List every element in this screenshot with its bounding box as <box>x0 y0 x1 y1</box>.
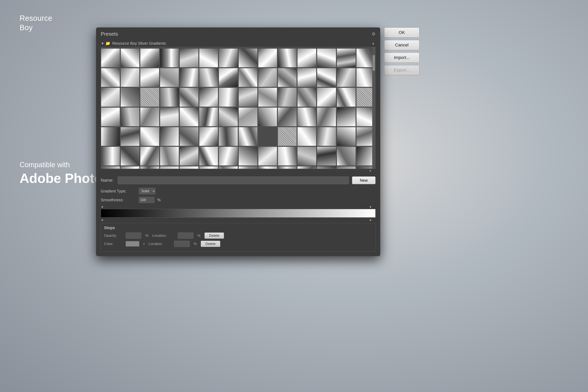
gradient-item[interactable] <box>258 146 277 166</box>
gradient-item[interactable] <box>199 108 218 126</box>
smoothness-input[interactable] <box>139 197 154 203</box>
gradient-item[interactable] <box>337 166 356 169</box>
folder-row[interactable]: ▾ 📁 Resource Boy Silver Gradients ▲ <box>101 40 376 47</box>
gradient-item[interactable] <box>120 146 140 166</box>
gradient-item[interactable] <box>219 68 238 87</box>
export-button[interactable]: Export... <box>384 65 420 75</box>
gradient-item[interactable] <box>140 68 159 87</box>
gradient-item[interactable] <box>278 48 297 68</box>
gradient-item[interactable] <box>199 48 218 68</box>
gradient-item[interactable] <box>120 68 140 87</box>
gradient-item[interactable] <box>337 108 356 126</box>
gradient-item[interactable] <box>278 68 297 87</box>
opacity-input[interactable] <box>126 232 141 239</box>
gradient-item[interactable] <box>317 68 336 87</box>
gradient-item[interactable] <box>101 166 120 169</box>
gradient-item[interactable] <box>140 166 159 169</box>
gradient-item[interactable] <box>297 108 316 126</box>
gradient-item[interactable] <box>160 88 179 106</box>
gradient-item[interactable] <box>258 88 277 106</box>
gradient-item[interactable] <box>317 88 336 106</box>
gradient-item[interactable] <box>180 108 198 126</box>
gradient-item[interactable] <box>101 68 120 87</box>
color-location-input[interactable] <box>174 241 190 247</box>
gradient-item[interactable] <box>120 88 140 106</box>
gradient-item[interactable] <box>238 68 258 87</box>
new-button[interactable]: New <box>352 176 376 184</box>
gear-icon[interactable]: ⚙ <box>372 32 376 37</box>
gradient-type-select[interactable]: Solid Noise <box>139 188 156 194</box>
gradient-item[interactable] <box>317 108 336 126</box>
ok-button[interactable]: OK <box>384 28 420 38</box>
gradient-item[interactable] <box>219 166 238 169</box>
gradient-item[interactable] <box>199 166 218 169</box>
gradient-item[interactable] <box>140 146 159 166</box>
gradient-item[interactable] <box>120 127 140 146</box>
gradient-item[interactable] <box>258 166 277 169</box>
gradient-item[interactable] <box>101 88 120 106</box>
gradient-item[interactable] <box>120 108 140 126</box>
color-swatch[interactable] <box>126 241 139 246</box>
gradient-item[interactable] <box>101 48 120 68</box>
gradient-item[interactable] <box>180 48 198 68</box>
gradient-item[interactable] <box>180 127 198 146</box>
gradient-item[interactable] <box>317 146 336 166</box>
gradient-item[interactable] <box>278 88 297 106</box>
gradient-item[interactable] <box>160 166 179 169</box>
gradient-item[interactable] <box>160 68 179 87</box>
gradient-item[interactable] <box>317 48 336 68</box>
gradient-item[interactable] <box>297 88 316 106</box>
gradient-item[interactable] <box>238 146 258 166</box>
gradient-item[interactable] <box>258 48 277 68</box>
gradient-item[interactable] <box>101 108 120 126</box>
gradient-item[interactable] <box>140 88 159 106</box>
gradient-item[interactable] <box>258 108 277 126</box>
left-color-stop[interactable]: ▲ <box>101 218 104 222</box>
gradient-item[interactable] <box>180 146 198 166</box>
gradient-item[interactable] <box>238 88 258 106</box>
gradient-item[interactable] <box>297 146 316 166</box>
gradient-item[interactable] <box>278 146 297 166</box>
gradient-item[interactable] <box>160 108 179 126</box>
gradient-item[interactable] <box>199 88 218 106</box>
right-color-stop[interactable]: ▲ <box>369 218 372 222</box>
gradient-item[interactable] <box>297 48 316 68</box>
gradient-item[interactable] <box>160 48 179 68</box>
gradient-item[interactable] <box>180 166 198 169</box>
gradient-item[interactable] <box>219 108 238 126</box>
gradient-item[interactable] <box>297 127 316 146</box>
gradient-item[interactable] <box>120 48 140 68</box>
gradient-item[interactable] <box>337 48 356 68</box>
gradient-item[interactable] <box>297 166 316 169</box>
gradient-item[interactable] <box>337 88 356 106</box>
gradient-item[interactable] <box>160 127 179 146</box>
gradient-item[interactable] <box>297 68 316 87</box>
gradient-item[interactable] <box>219 88 238 106</box>
gradient-item[interactable] <box>337 127 356 146</box>
gradient-item[interactable] <box>101 127 120 146</box>
gradient-item[interactable] <box>278 127 297 146</box>
gradient-bar[interactable] <box>101 209 376 218</box>
gradient-item[interactable] <box>278 166 297 169</box>
gradient-item[interactable] <box>317 127 336 146</box>
gradient-item[interactable] <box>140 127 159 146</box>
color-dropdown-arrow[interactable]: ▾ <box>143 242 145 246</box>
opacity-location-input[interactable] <box>178 232 194 239</box>
left-opacity-stop[interactable]: ▼ <box>101 206 104 209</box>
gradient-item[interactable] <box>238 108 258 126</box>
gradient-item[interactable] <box>140 108 159 126</box>
gradient-item[interactable] <box>160 146 179 166</box>
gradient-item[interactable] <box>219 127 238 146</box>
gradient-item[interactable] <box>199 68 218 87</box>
gradient-item[interactable] <box>238 166 258 169</box>
gradient-item[interactable] <box>199 127 218 146</box>
gradient-item[interactable] <box>180 68 198 87</box>
import-button[interactable]: Import... <box>384 52 420 63</box>
gradient-item[interactable] <box>199 146 218 166</box>
gradient-item[interactable] <box>317 166 336 169</box>
opacity-delete-button[interactable]: Delete <box>204 232 224 239</box>
name-input[interactable] <box>118 176 349 184</box>
cancel-button[interactable]: Cancel <box>384 40 420 50</box>
gradient-item[interactable] <box>337 146 356 166</box>
gradient-item[interactable] <box>337 68 356 87</box>
